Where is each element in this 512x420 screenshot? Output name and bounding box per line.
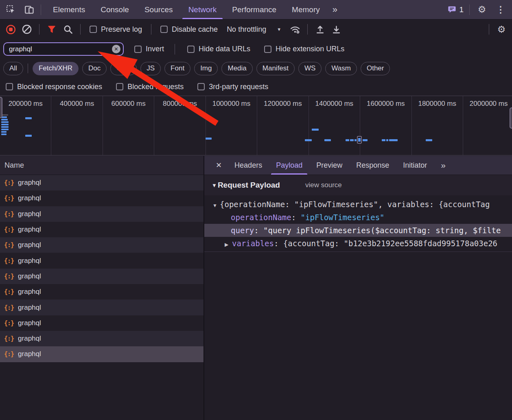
hide-extension-urls-checkbox[interactable]: [264, 46, 271, 53]
disable-cache-checkbox[interactable]: [160, 26, 168, 33]
request-name: graphql: [18, 179, 41, 187]
chip-ws[interactable]: WS: [298, 62, 322, 75]
tab-network[interactable]: Network: [181, 0, 225, 19]
timeline-bar: [25, 135, 32, 137]
search-icon[interactable]: [61, 23, 74, 36]
tab-performance[interactable]: Performance: [224, 0, 284, 19]
divider: [80, 24, 81, 35]
tab-memory[interactable]: Memory: [284, 0, 328, 19]
payload-variables-line[interactable]: ▶variables: {accountTag: "b12e3b2192ee55…: [204, 237, 512, 250]
json-request-icon: {:}: [4, 241, 14, 249]
import-har-icon[interactable]: [313, 23, 326, 36]
issues-badge[interactable]: 1: [448, 5, 464, 14]
json-request-icon: {:}: [4, 350, 14, 358]
chip-manifest[interactable]: Manifest: [256, 62, 295, 75]
blocked-requests-label: Blocked requests: [127, 83, 184, 91]
request-row[interactable]: {:}graphql: [0, 315, 203, 331]
network-settings-gear-icon[interactable]: ⚙: [495, 23, 508, 36]
chip-other[interactable]: Other: [361, 62, 390, 75]
tab-preview[interactable]: Preview: [309, 156, 349, 175]
name-column-header[interactable]: Name: [0, 156, 203, 175]
blocked-response-cookies-checkbox[interactable]: [6, 83, 13, 90]
more-details-tabs-icon[interactable]: »: [434, 156, 453, 175]
chip-wasm[interactable]: Wasm: [325, 62, 357, 75]
request-name: graphql: [18, 335, 41, 343]
request-row[interactable]: {:}graphql: [0, 206, 203, 222]
request-row[interactable]: {:}graphql: [0, 222, 203, 237]
timeline-bar: [1, 126, 9, 128]
request-payload-title: Request Payload: [218, 181, 280, 190]
request-row[interactable]: {:}graphql: [0, 284, 203, 300]
request-row[interactable]: {:}graphql: [0, 331, 203, 346]
chip-css[interactable]: CSS: [110, 62, 137, 75]
request-name: graphql: [18, 194, 41, 202]
hide-data-urls-label: Hide data URLs: [199, 45, 250, 53]
third-party-requests-checkbox[interactable]: [197, 83, 205, 90]
request-name: graphql: [18, 257, 41, 265]
preserve-log-checkbox[interactable]: [90, 26, 97, 33]
request-type-chips: All Fetch/XHR Doc CSS JS Font Img Media …: [0, 59, 512, 78]
json-request-icon: {:}: [4, 179, 14, 186]
close-details-icon[interactable]: ✕: [210, 156, 228, 175]
request-row[interactable]: {:}graphql: [0, 253, 203, 268]
request-name: graphql: [18, 350, 41, 358]
chip-js[interactable]: JS: [140, 62, 161, 75]
timeline-bar: [324, 139, 331, 141]
devtools-main-icons: [0, 0, 41, 19]
kebab-menu-icon[interactable]: ⋮: [494, 3, 507, 16]
network-conditions-icon[interactable]: [289, 23, 302, 36]
tab-payload[interactable]: Payload: [269, 156, 309, 175]
record-network-log-icon[interactable]: [4, 23, 17, 36]
tab-headers[interactable]: Headers: [228, 156, 269, 175]
tab-console[interactable]: Console: [93, 0, 137, 19]
overview-right-grip[interactable]: [510, 107, 512, 129]
chip-all[interactable]: All: [3, 62, 23, 75]
hide-data-urls-checkbox[interactable]: [187, 46, 195, 53]
chip-img[interactable]: Img: [194, 62, 218, 75]
export-har-icon[interactable]: [330, 23, 343, 36]
chip-doc[interactable]: Doc: [82, 62, 107, 75]
json-request-icon: {:}: [4, 304, 14, 311]
view-source-link[interactable]: view source: [305, 181, 342, 189]
invert-checkbox[interactable]: [134, 46, 142, 53]
payload-query-line[interactable]: query: "query ipFlowTimeseries($accountT…: [204, 224, 512, 237]
filter-input[interactable]: [9, 45, 112, 53]
clear-network-log-icon[interactable]: [20, 23, 33, 36]
device-toolbar-icon[interactable]: [23, 3, 36, 16]
throttling-dropdown[interactable]: No throttling ▼: [227, 25, 281, 34]
chip-font[interactable]: Font: [164, 62, 190, 75]
timeline-bar: [305, 139, 312, 141]
timeline-bar: [1, 119, 8, 120]
tab-initiator[interactable]: Initiator: [396, 156, 434, 175]
chip-fetch-xhr[interactable]: Fetch/XHR: [33, 62, 79, 75]
json-request-icon: {:}: [4, 319, 14, 327]
request-row[interactable]: {:}graphql: [0, 300, 203, 315]
clear-filter-icon[interactable]: ✕: [112, 45, 120, 53]
tab-response[interactable]: Response: [349, 156, 396, 175]
more-tabs-icon[interactable]: »: [328, 0, 342, 19]
preserve-log-label: Preserve log: [101, 25, 142, 34]
request-row[interactable]: {:}graphql: [0, 175, 203, 190]
blocked-requests-checkbox[interactable]: [116, 83, 123, 90]
request-row[interactable]: {:}graphql: [0, 237, 203, 253]
timeline-bar: [1, 124, 9, 125]
inspect-element-icon[interactable]: [4, 3, 17, 16]
filter-icon[interactable]: [45, 23, 58, 36]
divider: [307, 24, 308, 35]
payload-operation-line[interactable]: operationName: "ipFlowTimeseries": [204, 211, 512, 224]
timeline-bar: [382, 139, 385, 141]
tab-sources[interactable]: Sources: [137, 0, 181, 19]
timeline-bar: [1, 121, 9, 123]
network-overview-timeline[interactable]: 200000 ms 400000 ms 600000 ms 800000 ms …: [0, 96, 512, 155]
third-party-requests-label: 3rd-party requests: [209, 83, 268, 91]
chip-media[interactable]: Media: [221, 62, 252, 75]
settings-gear-icon[interactable]: ⚙: [475, 3, 488, 16]
request-row[interactable]: {:}graphql: [0, 190, 203, 206]
tab-elements[interactable]: Elements: [45, 0, 93, 19]
overview-left-grip[interactable]: [0, 97, 2, 118]
json-string-value: "query ipFlowTimeseries($accountTag: str…: [263, 226, 501, 235]
request-row-selected[interactable]: {:}graphql: [0, 346, 203, 362]
payload-root-line[interactable]: ▼{operationName: "ipFlowTimeseries", var…: [204, 198, 512, 211]
request-row[interactable]: {:}graphql: [0, 269, 203, 284]
request-payload-section-header[interactable]: ▼ Request Payload view source: [204, 175, 512, 195]
